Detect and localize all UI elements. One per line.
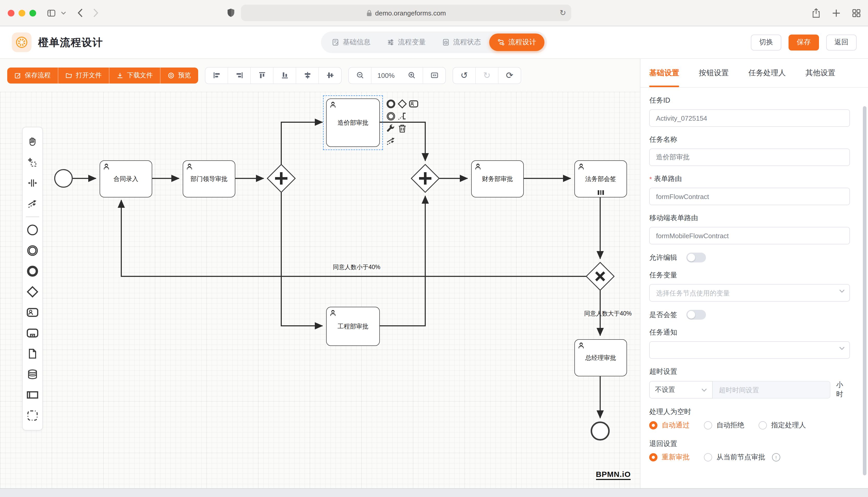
new-tab-icon[interactable] bbox=[832, 8, 841, 18]
save-flow-button[interactable]: 保存流程 bbox=[7, 67, 58, 83]
data-object-shape-icon[interactable] bbox=[25, 343, 40, 364]
user-task-shape-icon[interactable] bbox=[25, 302, 40, 323]
tab-process-status[interactable]: 流程状态 bbox=[434, 33, 489, 51]
radio-from-current-node[interactable]: 从当前节点审批! bbox=[704, 453, 780, 462]
task-name-field[interactable] bbox=[649, 148, 850, 166]
task-node-engineering-dept-approval[interactable]: 工程部审批 bbox=[326, 307, 380, 346]
tab-task-assignee[interactable]: 任务处理人 bbox=[748, 59, 786, 87]
task-node-dept-leader-approval[interactable]: 部门领导审批 bbox=[183, 160, 235, 197]
tab-process-variables[interactable]: 流程变量 bbox=[379, 33, 434, 51]
append-end-event-icon[interactable] bbox=[385, 98, 396, 109]
countersign-toggle[interactable] bbox=[687, 310, 706, 320]
browser-titlebar: demo.orangeforms.com ↻ bbox=[0, 0, 868, 26]
task-node-contract-entry[interactable]: 合同录入 bbox=[100, 160, 152, 197]
radio-assign-handler[interactable]: 指定处理人 bbox=[759, 421, 806, 430]
edge-label-gt40[interactable]: 同意人数大于40% bbox=[569, 310, 647, 317]
reload-icon[interactable]: ↻ bbox=[560, 8, 566, 17]
zoom-out-button[interactable] bbox=[349, 67, 371, 83]
tab-other-settings[interactable]: 其他设置 bbox=[805, 59, 836, 87]
subprocess-shape-icon[interactable] bbox=[25, 323, 40, 343]
radio-auto-pass[interactable]: 自动通过 bbox=[649, 421, 690, 430]
back-button[interactable]: 返回 bbox=[826, 34, 857, 50]
back-icon[interactable] bbox=[72, 5, 88, 20]
tab-basic-info[interactable]: 基础信息 bbox=[323, 33, 379, 51]
bpmn-io-watermark[interactable]: BPMN.iO bbox=[596, 470, 631, 480]
group-shape-icon[interactable] bbox=[25, 405, 40, 426]
radio-re-approve[interactable]: 重新审批 bbox=[649, 453, 690, 462]
info-icon[interactable]: ! bbox=[772, 453, 780, 462]
form-route-field[interactable] bbox=[649, 188, 850, 205]
task-node-legal-dept-countersign[interactable]: 法务部会签 bbox=[574, 160, 627, 197]
mobile-form-route-field[interactable] bbox=[649, 227, 850, 244]
start-event[interactable] bbox=[55, 170, 72, 187]
task-node-finance-dept-approval[interactable]: 财务部审批 bbox=[471, 160, 524, 197]
task-node-cost-dept-approval[interactable]: 造价部审批 bbox=[326, 98, 380, 147]
undo-button[interactable]: ↺ bbox=[453, 67, 475, 83]
parallel-gateway-2[interactable] bbox=[411, 165, 439, 192]
sidebar-toggle-icon[interactable] bbox=[43, 5, 59, 20]
task-name-label: 任务名称 bbox=[649, 135, 850, 144]
close-window-button[interactable] bbox=[8, 10, 14, 16]
radio-auto-reject[interactable]: 自动拒绝 bbox=[704, 421, 744, 430]
append-annotation-icon[interactable] bbox=[397, 111, 407, 121]
task-id-field[interactable] bbox=[649, 109, 850, 127]
download-file-button[interactable]: 下载文件 bbox=[109, 67, 160, 83]
align-bottom-button[interactable] bbox=[273, 67, 296, 83]
pool-shape-icon[interactable] bbox=[25, 385, 40, 405]
align-left-button[interactable] bbox=[205, 67, 228, 83]
tab-button-settings[interactable]: 按钮设置 bbox=[699, 59, 729, 87]
timeout-mode-select[interactable]: 不设置 bbox=[649, 381, 713, 399]
save-button[interactable]: 保存 bbox=[788, 34, 819, 50]
intermediate-event-shape-icon[interactable] bbox=[25, 240, 40, 261]
task-notify-select[interactable] bbox=[649, 341, 850, 359]
align-top-button[interactable] bbox=[250, 67, 273, 83]
append-gateway-icon[interactable] bbox=[397, 98, 407, 109]
delete-trash-icon[interactable] bbox=[397, 123, 407, 133]
align-center-horizontal-button[interactable] bbox=[296, 67, 318, 83]
open-file-button[interactable]: 打开文件 bbox=[58, 67, 109, 83]
end-event-shape-icon[interactable] bbox=[25, 261, 40, 282]
fit-view-button[interactable] bbox=[423, 67, 445, 83]
start-event-shape-icon[interactable] bbox=[25, 219, 40, 240]
hand-tool-icon[interactable] bbox=[25, 131, 40, 152]
reset-button[interactable]: ⟳ bbox=[498, 67, 521, 83]
parallel-gateway-1[interactable] bbox=[267, 165, 295, 192]
sidebar-chevron-icon[interactable] bbox=[59, 5, 68, 20]
append-intermediate-event-icon[interactable] bbox=[385, 111, 396, 121]
align-center-vertical-button[interactable] bbox=[318, 67, 341, 83]
edge-label-lt40[interactable]: 同意人数小于40% bbox=[318, 264, 395, 271]
edge-gw1-to-n3[interactable] bbox=[281, 122, 322, 165]
forward-icon[interactable] bbox=[88, 5, 103, 20]
panel-scrollbar[interactable] bbox=[863, 106, 866, 475]
switch-button[interactable]: 切换 bbox=[751, 34, 781, 50]
lasso-tool-icon[interactable] bbox=[25, 152, 40, 173]
change-type-wrench-icon[interactable] bbox=[385, 123, 396, 133]
append-task-icon[interactable] bbox=[408, 98, 418, 109]
task-variable-select[interactable] bbox=[649, 284, 850, 302]
exclusive-gateway[interactable] bbox=[586, 262, 614, 290]
timeout-hours-field[interactable] bbox=[713, 381, 830, 399]
connect-tool-icon[interactable] bbox=[385, 136, 396, 146]
redo-button[interactable]: ↻ bbox=[475, 67, 498, 83]
share-icon[interactable] bbox=[812, 8, 821, 18]
zoom-in-button[interactable] bbox=[400, 67, 423, 83]
global-connect-tool-icon[interactable] bbox=[25, 193, 40, 214]
tab-process-design[interactable]: 流程设计 bbox=[489, 33, 545, 51]
align-right-button[interactable] bbox=[228, 67, 250, 83]
allow-edit-toggle[interactable] bbox=[687, 253, 706, 262]
preview-button[interactable]: 预览 bbox=[160, 67, 198, 83]
zoom-window-button[interactable] bbox=[29, 10, 36, 16]
data-store-shape-icon[interactable] bbox=[25, 364, 40, 385]
end-event[interactable] bbox=[591, 422, 609, 440]
bpmn-canvas[interactable]: 合同录入 部门领导审批 造价部审批 工程部审批 财务部审批 bbox=[0, 92, 640, 488]
edge-n4-to-gw2[interactable] bbox=[379, 196, 425, 326]
space-tool-icon[interactable] bbox=[25, 173, 40, 193]
minimize-window-button[interactable] bbox=[18, 10, 25, 16]
gateway-shape-icon[interactable] bbox=[25, 282, 40, 302]
tab-basic-settings[interactable]: 基础设置 bbox=[649, 59, 679, 87]
address-bar[interactable]: demo.orangeforms.com ↻ bbox=[241, 5, 571, 21]
tab-overview-icon[interactable] bbox=[852, 8, 861, 18]
task-node-gm-approval[interactable]: 总经理审批 bbox=[574, 339, 627, 377]
shield-icon[interactable] bbox=[223, 5, 238, 20]
edge-gw1-to-n4[interactable] bbox=[281, 192, 322, 326]
